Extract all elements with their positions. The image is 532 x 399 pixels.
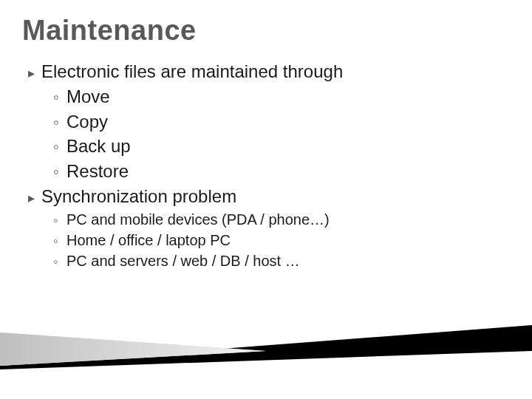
list-subitem: ◦ Back up (53, 134, 510, 158)
svg-marker-0 (0, 325, 532, 369)
list-subitem-text: Home / office / laptop PC (66, 231, 510, 250)
list-subitem-text: Move (66, 85, 510, 109)
list-subitem-text: Copy (66, 110, 510, 134)
list-subitem-text: PC and mobile devices (PDA / phone…) (66, 210, 510, 230)
list-subitem-text: Back up (66, 134, 510, 158)
triangle-bullet-icon: ▸ (28, 189, 41, 207)
list-subitem-text: PC and servers / web / DB / host … (66, 251, 510, 271)
list-item: ▸ Electronic files are maintained throug… (28, 60, 510, 83)
circle-bullet-icon: ◦ (53, 232, 66, 250)
list-item: ▸ Synchronization problem (28, 185, 510, 208)
list-subitem: ◦ Home / office / laptop PC (53, 231, 510, 250)
circle-bullet-icon: ◦ (53, 211, 66, 229)
slide: Maintenance ▸ Electronic files are maint… (0, 0, 532, 399)
circle-bullet-icon: ◦ (53, 136, 66, 158)
svg-marker-1 (0, 332, 266, 366)
triangle-bullet-icon: ▸ (28, 64, 41, 82)
list-subitem: ◦ PC and mobile devices (PDA / phone…) (53, 210, 510, 230)
circle-bullet-icon: ◦ (53, 253, 66, 270)
list-subitem-text: Restore (66, 160, 510, 183)
list-item-text: Electronic files are maintained through (41, 60, 510, 83)
decorative-footer (0, 325, 532, 369)
circle-bullet-icon: ◦ (53, 86, 66, 109)
slide-body: ▸ Electronic files are maintained throug… (22, 60, 510, 271)
svg-marker-2 (0, 332, 266, 366)
slide-title: Maintenance (22, 15, 510, 47)
circle-bullet-icon: ◦ (53, 161, 66, 183)
circle-bullet-icon: ◦ (53, 112, 66, 134)
list-subitem: ◦ PC and servers / web / DB / host … (53, 251, 510, 271)
list-item-text: Synchronization problem (41, 185, 510, 208)
list-subitem: ◦ Move (53, 85, 510, 109)
list-subitem: ◦ Restore (53, 160, 510, 183)
list-subitem: ◦ Copy (53, 110, 510, 134)
